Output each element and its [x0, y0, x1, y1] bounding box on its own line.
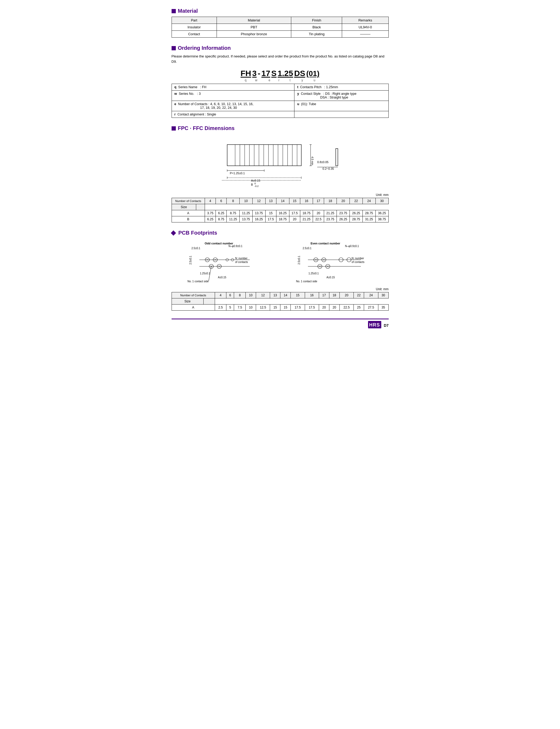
fpc-cell: 28.75	[362, 210, 375, 216]
svg-text:No. 1 contact side: No. 1 contact side	[187, 280, 209, 283]
order-row1-right: t Contacts Pitch : 1.25mm	[294, 84, 388, 91]
pcb-table-row: A2.557.51012.5151517.517.5202022.52527.5…	[172, 305, 388, 311]
pn-fh: FH	[241, 69, 251, 78]
pcb-cell: 7.5	[234, 305, 246, 311]
pcb-h-22: 22	[354, 292, 364, 298]
pcb-h-24: 24	[364, 292, 378, 298]
dim-header-contacts: Number of Contacts	[172, 198, 205, 204]
svg-text:B: B	[251, 183, 253, 186]
material-cell: Insulator	[172, 24, 217, 31]
fpc-cell: 15	[265, 210, 276, 216]
svg-text:0: 0	[254, 182, 256, 185]
dim-h-24: 24	[362, 198, 375, 204]
material-title: Material	[172, 8, 389, 14]
svg-text:-0.2: -0.2	[254, 185, 259, 187]
pn-dash: -	[258, 69, 260, 78]
pcb-dimensions-table: Number of Contacts 4 6 8 10 12 13 14 15 …	[172, 292, 389, 311]
svg-text:of contacts: of contacts	[235, 261, 248, 263]
fpc-cell: 21.25	[324, 210, 337, 216]
fpc-title: FPC · FFC Dimensions	[172, 125, 389, 131]
pcb-unit-label: Unit: mm	[172, 287, 389, 291]
svg-text:P=1.25±0.1: P=1.25±0.1	[230, 172, 245, 175]
fpc-unit-label: Unit: mm	[172, 193, 389, 197]
fpc-cell: 13.75	[252, 210, 265, 216]
part-number-row: FH 3 - 17 S 1.25 DS (01)	[172, 69, 389, 78]
pcb-cell: 20	[329, 305, 339, 311]
pcb-h-20: 20	[339, 292, 354, 298]
fpc-svg: P=1.25±0.1 A±0.15 B 0 -0.2 4.5 min. 0.8±…	[206, 137, 354, 190]
material-section: Material Part Material Finish Remarks In…	[172, 8, 389, 38]
fpc-table-row: A3.756.258.7511.2513.751516.2517.518.752…	[172, 210, 388, 216]
svg-text:N: number: N: number	[235, 257, 248, 260]
dim-h-12: 12	[252, 198, 265, 204]
col-part: Part	[172, 17, 217, 24]
svg-text:A±0.15: A±0.15	[326, 276, 335, 279]
svg-rect-0	[227, 145, 301, 166]
pcb-size-blank	[203, 298, 215, 305]
svg-text:2.5±0.1: 2.5±0.1	[298, 256, 301, 265]
order-row2-left: w Series No. : 3	[172, 91, 294, 101]
pcb-cell: 17.5	[291, 305, 305, 311]
fpc-cell: 11.25	[227, 216, 240, 222]
pcb-cell: 12.5	[256, 305, 270, 311]
pcb-cell: 10	[246, 305, 256, 311]
fpc-cell: 20	[289, 216, 300, 222]
svg-text:N–φ0.9±0.1: N–φ0.9±0.1	[345, 245, 359, 248]
fpc-ffc-section: FPC · FFC Dimensions P=1.25±0.1	[172, 125, 389, 222]
svg-text:No. 1 contact side: No. 1 contact side	[296, 280, 317, 283]
pcb-even-svg: Even contact number N–φ0.9±0.1 2.5±0.1 2…	[280, 241, 389, 284]
fpc-cell: 18.75	[276, 216, 289, 222]
fpc-cell: 20	[313, 210, 324, 216]
footer-page: D7	[384, 323, 389, 328]
fpc-row-label: A	[172, 210, 205, 216]
letter-row: q w e r t y u	[172, 78, 389, 82]
material-cell: ———	[342, 31, 388, 38]
title-square-icon	[172, 9, 176, 13]
pcb-h-30: 30	[378, 292, 388, 298]
fpc-diagram: P=1.25±0.1 A±0.15 B 0 -0.2 4.5 min. 0.8±…	[172, 137, 389, 190]
fpc-cell: 26.25	[350, 210, 363, 216]
svg-text:2.5±0.1: 2.5±0.1	[303, 247, 312, 250]
col-material: Material	[217, 17, 291, 24]
title-square-icon-2	[172, 46, 176, 50]
fpc-cell: 8.75	[216, 216, 227, 222]
dim-h-15: 15	[289, 198, 300, 204]
pcb-cell: 35	[378, 305, 388, 311]
pcb-cell: 5	[226, 305, 234, 311]
pn-17: 17	[261, 69, 270, 78]
fpc-cell: 36.25	[375, 210, 388, 216]
dim-h-30: 30	[375, 198, 388, 204]
svg-text:Even contact number: Even contact number	[311, 242, 341, 245]
pn-01: (01)	[306, 69, 320, 78]
fpc-dimensions-table: Number of Contacts 4 6 8 10 12 13 14 15 …	[172, 198, 389, 222]
svg-text:N: number: N: number	[352, 257, 364, 260]
pcb-h-12: 12	[256, 292, 270, 298]
svg-text:1.25±0.1: 1.25±0.1	[308, 272, 319, 275]
title-diamond-icon	[171, 230, 176, 236]
letter-r: r	[275, 78, 283, 82]
fpc-cell: 31.25	[362, 216, 375, 222]
svg-text:of contacts: of contacts	[352, 261, 364, 263]
pcb-diagrams: Odd contact number 2.5±0.1 N–φ0.9±0.1 2.…	[172, 241, 389, 284]
ordering-title: Ordering Information	[172, 45, 389, 51]
fpc-cell: 6.25	[205, 216, 216, 222]
col-finish: Finish	[291, 17, 342, 24]
fpc-cell: 22.5	[313, 216, 324, 222]
fpc-cell: 26.25	[337, 216, 350, 222]
ordering-title-text: Ordering Information	[178, 45, 231, 51]
fpc-cell: 17.5	[265, 216, 276, 222]
pcb-cell: 20	[319, 305, 329, 311]
pcb-cell: 17.5	[305, 305, 319, 311]
page-footer: HRS D7	[172, 319, 389, 330]
svg-text:0.8±0.05: 0.8±0.05	[317, 160, 329, 164]
dim-h-22: 22	[350, 198, 363, 204]
fpc-cell: 23.75	[337, 210, 350, 216]
pcb-h-14: 14	[280, 292, 291, 298]
material-cell: UL94V-0	[342, 24, 388, 31]
pn-3: 3	[252, 69, 257, 78]
letter-e: e	[266, 78, 273, 82]
pcb-row-label: A	[172, 305, 215, 311]
pcb-title: PCB Footprints	[172, 230, 389, 236]
fpc-title-text: FPC · FFC Dimensions	[178, 125, 235, 131]
order-row3-right: u (01): Tube	[294, 101, 388, 111]
